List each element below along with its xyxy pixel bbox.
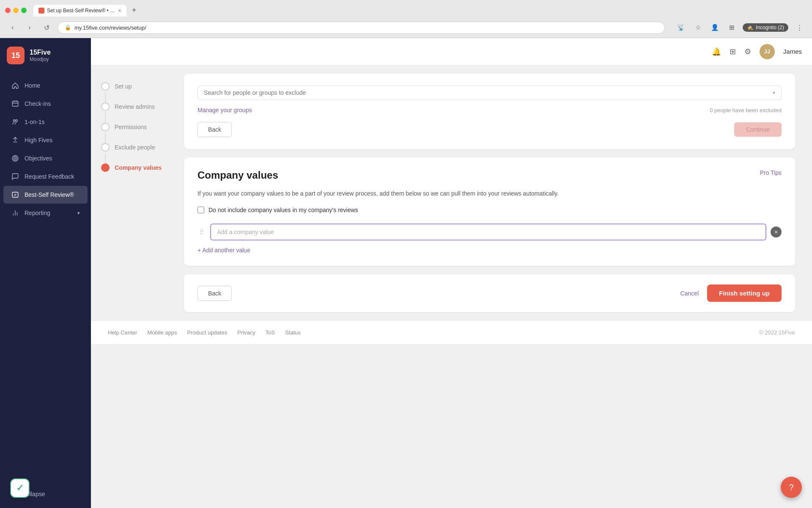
sidebar-item-bsr[interactable]: Best-Self Review® xyxy=(3,186,88,204)
footer-copyright: © 2022 15Five xyxy=(759,329,795,336)
step-label-permissions: Permissions xyxy=(115,124,147,130)
pro-tips-link[interactable]: Pro Tips xyxy=(760,169,782,176)
bsr-icon xyxy=(11,190,19,199)
scroll-area: Set up Review admins Permissions Exclude… xyxy=(91,65,812,508)
no-company-values-checkbox[interactable] xyxy=(198,207,204,213)
sidebar-label-requestfeedback: Request Feedback xyxy=(25,173,74,180)
new-tab-btn[interactable]: + xyxy=(128,5,140,17)
step-label-review-admins: Review admins xyxy=(115,103,155,110)
cast-icon[interactable]: 📡 xyxy=(675,22,687,33)
tab-close-icon[interactable]: × xyxy=(118,7,121,14)
svg-point-5 xyxy=(15,158,16,159)
company-values-panel: Company values Pro Tips If you want your… xyxy=(184,157,795,266)
footer-help-center[interactable]: Help Center xyxy=(108,329,137,336)
footer-links: Help Center Mobile apps Product updates … xyxy=(108,329,301,336)
top-bar: 🔔 ⊞ ⚙ JJ James xyxy=(91,38,812,65)
tab-title: Set up Best-Self Review® • 15F xyxy=(47,8,115,14)
browser-actions: 📡 ☆ 👤 ⊞ 🕵 Incognito (2) ⋮ xyxy=(675,22,805,33)
bookmark-icon[interactable]: ☆ xyxy=(692,22,704,33)
wizard-step-review-admins: Review admins xyxy=(101,102,174,111)
exclude-back-button[interactable]: Back xyxy=(198,122,232,137)
svg-point-1 xyxy=(14,120,16,122)
exclude-panel: ▾ Manage your groups 0 people have been … xyxy=(184,74,795,149)
cancel-button[interactable]: Cancel xyxy=(680,290,699,297)
step-dot-exclude-people xyxy=(101,143,110,152)
profile-icon[interactable]: 👤 xyxy=(709,22,721,33)
step-dot-company-values xyxy=(101,163,110,172)
cv-checkbox-label[interactable]: Do not include company values in my comp… xyxy=(208,207,358,213)
menu-icon[interactable]: ⋮ xyxy=(793,22,805,33)
cv-description: If you want your company values to be a … xyxy=(198,189,782,198)
grid-apps-icon[interactable]: ⊞ xyxy=(730,47,736,56)
exclude-continue-button[interactable]: Continue xyxy=(734,122,782,137)
notification-icon[interactable]: 🔔 xyxy=(712,47,721,56)
sidebar-label-reporting: Reporting xyxy=(25,210,50,216)
app-container: 15 15Five Moodjoy Home Check-ins xyxy=(0,38,812,508)
checkmark-widget[interactable]: ✓ xyxy=(10,478,30,498)
step-dot-permissions xyxy=(101,123,110,131)
reporting-icon xyxy=(11,209,19,217)
sidebar-item-1on1s[interactable]: 1-on-1s xyxy=(3,113,88,131)
settings-icon[interactable]: ⚙ xyxy=(744,47,751,56)
step-dot-review-admins xyxy=(101,102,110,111)
app-name: 15Five xyxy=(30,49,51,56)
company-value-input[interactable] xyxy=(210,224,766,240)
sidebar-label-objectives: Objectives xyxy=(25,155,52,162)
content-panels: ▾ Manage your groups 0 people have been … xyxy=(184,65,812,320)
forward-nav-btn[interactable]: › xyxy=(24,22,36,33)
step-dot-setup xyxy=(101,82,110,91)
sidebar-nav: Home Check-ins 1-on-1s High Fives xyxy=(0,73,91,480)
minimize-window-btn[interactable] xyxy=(13,8,19,13)
footer-privacy[interactable]: Privacy xyxy=(237,329,255,336)
bottom-actions-panel: Back Cancel Finish setting up xyxy=(184,274,795,312)
maximize-window-btn[interactable] xyxy=(21,8,27,13)
sidebar-item-home[interactable]: Home xyxy=(3,77,88,94)
sidebar-logo: 15 15Five Moodjoy xyxy=(0,38,91,73)
sidebar-label-1on1s: 1-on-1s xyxy=(25,119,44,125)
manage-groups-link[interactable]: Manage your groups xyxy=(198,107,252,113)
footer-mobile-apps[interactable]: Mobile apps xyxy=(147,329,177,336)
setup-wrapper: Set up Review admins Permissions Exclude… xyxy=(91,65,812,320)
incognito-badge: 🕵 Incognito (2) xyxy=(743,23,788,32)
sidebar-item-checkins[interactable]: Check-ins xyxy=(3,95,88,113)
sidebar-label-bsr: Best-Self Review® xyxy=(25,191,74,198)
sidebar-item-reporting[interactable]: Reporting ▾ xyxy=(3,204,88,222)
back-nav-btn[interactable]: ‹ xyxy=(7,22,19,33)
grid-icon[interactable]: ⊞ xyxy=(726,22,738,33)
finish-setting-up-button[interactable]: Finish setting up xyxy=(707,284,782,302)
sidebar-item-requestfeedback[interactable]: Request Feedback xyxy=(3,168,88,185)
step-label-company-values: Company values xyxy=(115,164,162,171)
avatar[interactable]: JJ xyxy=(760,44,775,59)
close-window-btn[interactable] xyxy=(5,8,11,13)
footer-status[interactable]: Status xyxy=(285,329,301,336)
footer-tos[interactable]: ToS xyxy=(266,329,275,336)
svg-point-2 xyxy=(16,120,18,122)
sidebar-item-highfives[interactable]: High Fives xyxy=(3,131,88,149)
app-sub: Moodjoy xyxy=(30,56,51,62)
tab-favicon xyxy=(38,8,44,14)
people-excluded: 0 people have been excluded xyxy=(710,107,782,113)
dropdown-arrow-icon: ▾ xyxy=(773,90,775,96)
objectives-icon xyxy=(11,154,19,163)
reload-btn[interactable]: ↺ xyxy=(41,22,52,33)
cv-title: Company values xyxy=(198,169,278,181)
active-tab[interactable]: Set up Best-Self Review® • 15F × xyxy=(33,5,126,17)
wizard-step-exclude-people: Exclude people xyxy=(101,143,174,152)
check-icon: ✓ xyxy=(16,483,24,494)
cv-header: Company values Pro Tips xyxy=(198,169,782,183)
footer-product-updates[interactable]: Product updates xyxy=(187,329,227,336)
sidebar-item-objectives[interactable]: Objectives xyxy=(3,149,88,167)
url-bar[interactable]: 🔒 my.15five.com/reviews/setup/ xyxy=(58,22,665,34)
tab-bar: Set up Best-Self Review® • 15F × + xyxy=(0,0,812,18)
add-another-value-link[interactable]: + Add another value xyxy=(198,247,250,254)
cv-back-button[interactable]: Back xyxy=(198,286,232,301)
wizard-step-permissions: Permissions xyxy=(101,123,174,131)
sidebar-label-checkins: Check-ins xyxy=(25,100,51,107)
wizard-step-company-values: Company values xyxy=(101,163,174,172)
clear-value-button[interactable]: × xyxy=(771,226,782,237)
step-label-exclude-people: Exclude people xyxy=(115,144,155,151)
cv-input-row: ⠿ × xyxy=(198,224,782,240)
search-input-wrap[interactable]: ▾ xyxy=(198,86,782,100)
support-button[interactable]: ? xyxy=(781,477,802,498)
search-input[interactable] xyxy=(204,89,773,96)
